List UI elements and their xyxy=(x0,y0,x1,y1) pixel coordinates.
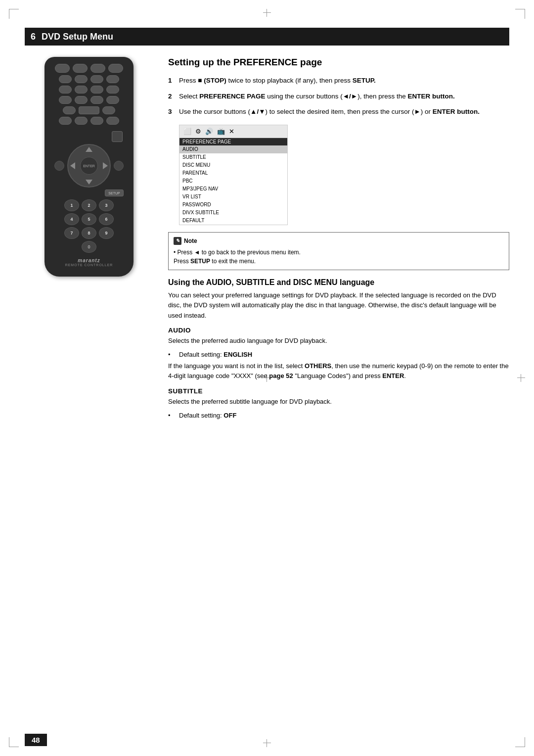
side-btn-left-1[interactable] xyxy=(54,161,64,171)
corner-mark-bl xyxy=(9,737,19,747)
crosshair-right xyxy=(517,374,525,382)
corner-mark-tl xyxy=(9,9,19,19)
numpad: 1 2 3 4 5 6 7 8 9 0 xyxy=(50,199,128,253)
audio-default: • Default setting: ENGLISH xyxy=(168,350,509,360)
remote-row-2 xyxy=(50,75,128,83)
subtitle-heading: SUBTITLE xyxy=(168,387,509,395)
audio-extra: If the language you want is not in the l… xyxy=(168,361,509,381)
step-list: 1 Press ■ (STOP) twice to stop playback … xyxy=(168,76,509,117)
num-btn-0[interactable]: 0 xyxy=(82,241,96,253)
step-1: 1 Press ■ (STOP) twice to stop playback … xyxy=(168,76,509,86)
audio-default-text: Default setting: ENGLISH xyxy=(179,350,252,360)
crosshair-top xyxy=(263,9,271,17)
chapter-header: 6 DVD Setup Menu xyxy=(25,28,509,46)
note-label: Note xyxy=(184,236,197,245)
num-btn-5[interactable]: 5 xyxy=(82,213,96,225)
menu-icon-5: ✕ xyxy=(229,128,234,135)
num-btn-7[interactable]: 7 xyxy=(64,227,79,239)
remote-btn-oval-4[interactable] xyxy=(108,64,123,73)
note-header: ✎ Note xyxy=(174,236,504,245)
brand-name: marantz xyxy=(50,258,128,263)
enter-button[interactable]: ENTER xyxy=(80,157,98,175)
side-buttons-left xyxy=(54,161,64,171)
remote-btn-sm-18[interactable] xyxy=(106,117,119,125)
remote-btn-oval-2[interactable] xyxy=(73,64,88,73)
setup-row: SETUP xyxy=(50,189,128,196)
remote-btn-sm-9[interactable] xyxy=(59,96,72,104)
step-3-num: 3 xyxy=(168,107,175,117)
num-btn-4[interactable]: 4 xyxy=(64,213,79,225)
remote-btn-wide-1[interactable] xyxy=(79,106,99,114)
numpad-row-4: 0 xyxy=(82,241,96,253)
stop-button[interactable] xyxy=(112,131,123,142)
subtitle-default-text: Default setting: OFF xyxy=(179,411,236,421)
side-btn-right-1[interactable] xyxy=(114,161,124,171)
remote-btn-sm-15[interactable] xyxy=(59,117,72,125)
note-text-1: • Press ◄ to go back to the previous men… xyxy=(174,248,504,266)
menu-icon-2: ⚙ xyxy=(195,128,201,135)
note-box: ✎ Note • Press ◄ to go back to the previ… xyxy=(168,232,509,270)
remote-btn-sm-13[interactable] xyxy=(63,106,76,114)
bullet-dot-1: • xyxy=(168,350,175,360)
menu-item-1: SUBTITLE xyxy=(179,153,287,161)
dpad-up[interactable] xyxy=(86,147,92,152)
num-btn-2[interactable]: 2 xyxy=(82,199,96,211)
menu-item-2: DISC MENU xyxy=(179,161,287,169)
remote-row-3 xyxy=(50,86,128,94)
menu-icon-4: 📺 xyxy=(217,128,225,135)
remote-btn-sm-2[interactable] xyxy=(75,75,88,83)
menu-icon-1: ⬜ xyxy=(183,128,191,135)
remote-btn-sm-14[interactable] xyxy=(102,106,115,114)
page-number: 48 xyxy=(25,734,47,746)
remote-btn-sm-6[interactable] xyxy=(75,86,88,94)
remote-btn-sm-5[interactable] xyxy=(59,86,72,94)
remote-btn-sm-7[interactable] xyxy=(90,86,103,94)
left-column: ENTER SETUP 1 2 3 4 5 6 xyxy=(25,52,153,726)
remote-btn-sm-3[interactable] xyxy=(90,75,103,83)
remote-btn-sm-8[interactable] xyxy=(106,86,119,94)
side-buttons-right xyxy=(114,161,124,171)
dpad-left[interactable] xyxy=(70,162,75,169)
numpad-row-1: 1 2 3 xyxy=(64,199,114,211)
step-3: 3 Use the cursor buttons (▲/▼) to select… xyxy=(168,107,509,117)
remote-btn-sm-12[interactable] xyxy=(106,96,119,104)
num-btn-3[interactable]: 3 xyxy=(99,199,114,211)
menu-item-8: DIVX SUBTITLE xyxy=(179,209,287,217)
audio-heading: AUDIO xyxy=(168,327,509,334)
brand-sub: REMOTE CONTROLLER xyxy=(50,263,128,267)
menu-item-3: PARENTAL xyxy=(179,169,287,177)
setup-button[interactable]: SETUP xyxy=(105,189,124,196)
chapter-title: DVD Setup Menu xyxy=(42,32,113,42)
menu-icon-3: 🔊 xyxy=(205,128,213,135)
remote-btn-sm-4[interactable] xyxy=(106,75,119,83)
subtitle-desc: Selects the preferred subtitle language … xyxy=(168,397,509,407)
remote-btn-sm-16[interactable] xyxy=(75,117,88,125)
num-btn-9[interactable]: 9 xyxy=(99,227,114,239)
remote-btn-oval-1[interactable] xyxy=(55,64,70,73)
subtitle-default: • Default setting: OFF xyxy=(168,411,509,421)
footer: 48 xyxy=(25,734,509,746)
menu-item-0: AUDIO xyxy=(179,145,287,153)
section1-title: Setting up the PREFERENCE page xyxy=(168,57,509,68)
remote-row-4 xyxy=(50,96,128,104)
remote-btn-oval-3[interactable] xyxy=(90,64,105,73)
menu-item-7: PASSWORD xyxy=(179,201,287,209)
right-column: Setting up the PREFERENCE page 1 Press ■… xyxy=(153,52,509,726)
menu-screenshot: ⬜ ⚙ 🔊 📺 ✕ PREFERENCE PAGE AUDIO SUBTITLE… xyxy=(179,125,288,225)
remote-row-6 xyxy=(50,117,128,125)
remote-btn-sm-11[interactable] xyxy=(90,96,103,104)
num-btn-6[interactable]: 6 xyxy=(99,213,114,225)
step-2-text: Select PREFERENCE PAGE using the cursor … xyxy=(179,92,455,101)
step-2: 2 Select PREFERENCE PAGE using the curso… xyxy=(168,92,509,101)
num-btn-8[interactable]: 8 xyxy=(82,227,96,239)
bullet-dot-2: • xyxy=(168,411,175,421)
remote-brand: marantz REMOTE CONTROLLER xyxy=(50,258,128,267)
audio-desc: Selects the preferred audio language for… xyxy=(168,336,509,346)
remote-btn-sm-17[interactable] xyxy=(90,117,103,125)
num-btn-1[interactable]: 1 xyxy=(64,199,79,211)
dpad-right[interactable] xyxy=(103,162,108,169)
dpad-down[interactable] xyxy=(86,180,92,185)
remote-btn-sm-10[interactable] xyxy=(75,96,88,104)
step-2-num: 2 xyxy=(168,92,175,101)
remote-btn-sm-1[interactable] xyxy=(59,75,72,83)
